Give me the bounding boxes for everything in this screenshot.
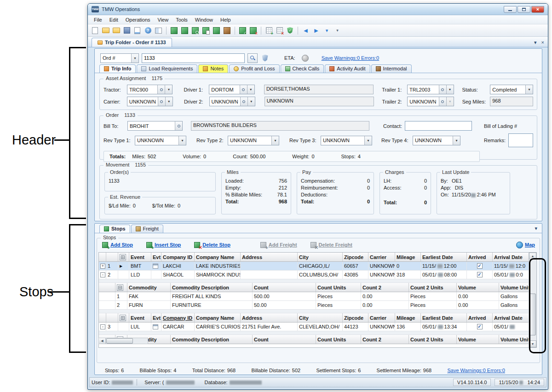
window-layout-icon[interactable] — [154, 26, 163, 35]
find-trip-icon[interactable] — [191, 26, 200, 35]
carrier-browse-icon[interactable] — [158, 97, 165, 106]
title-bar[interactable]: TMW TMW Operations × — [88, 4, 548, 15]
close-tab-icon[interactable]: × — [541, 40, 544, 45]
expand-icon[interactable]: - — [100, 324, 105, 329]
column-header-volume[interactable]: Volume — [458, 285, 476, 290]
tab-intermodal[interactable]: Intermodal — [371, 64, 412, 73]
tab-trip-info[interactable]: Trip Info — [99, 64, 136, 73]
add-stop-link[interactable]: Add Stop — [102, 242, 133, 248]
bill-to-browse-icon[interactable] — [175, 121, 182, 130]
delete-stop-link[interactable]: Delete Stop — [194, 242, 230, 248]
column-header-arrived[interactable]: Arrived — [468, 315, 486, 321]
stop-row[interactable]: -3LULCARCARCARRIE'S CURIOSI...21751 Full… — [99, 323, 529, 331]
forward-icon[interactable] — [312, 26, 321, 35]
tab-check-calls[interactable]: Check Calls — [281, 64, 324, 73]
horizontal-scrollbar[interactable]: ◀ — [98, 338, 148, 344]
column-header-company-id[interactable]: Company ID — [163, 315, 192, 321]
column-header-arrived[interactable]: Arrived — [468, 254, 486, 260]
delete-freight-link[interactable]: Delete Freight — [310, 242, 352, 248]
column-header-count-2[interactable]: Count 2 — [362, 337, 381, 342]
column-chooser-icon[interactable] — [120, 315, 126, 321]
commodity-row[interactable]: 2FURNFURNITURE50.00Pieces0.00Pieces0.00G… — [99, 301, 529, 310]
rev-type4-combo[interactable]: UNKNOWN ▾ — [413, 136, 460, 145]
tractor-combo[interactable]: TRC900 ▾ — [127, 85, 173, 94]
tab-freight[interactable]: Freight — [131, 225, 163, 233]
driver2-combo[interactable]: UNKNOWN ▾ — [209, 97, 255, 106]
bill-to-name-field[interactable]: BROWNSTONE BUILDERS — [191, 121, 369, 131]
column-header-count-2[interactable]: Count 2 — [362, 285, 381, 290]
trailer1-dropdown-icon[interactable]: ▾ — [446, 85, 454, 94]
save-warnings-link[interactable]: Save Warnings:0 Errors:0 — [322, 55, 380, 61]
h-scrollbar-thumb[interactable] — [106, 338, 133, 344]
column-header-mileage[interactable]: Mileage — [397, 315, 415, 321]
status-combo[interactable]: Completed ▾ — [490, 85, 533, 94]
save-icon[interactable] — [122, 26, 131, 35]
column-header-volume-units[interactable]: Volume Units — [500, 337, 529, 342]
column-header-mileage[interactable]: Mileage — [397, 254, 415, 260]
tab-activity-audit[interactable]: Activity Audit — [325, 64, 370, 73]
back-icon[interactable] — [301, 26, 310, 35]
driver2-dropdown-icon[interactable]: ▾ — [247, 97, 255, 106]
unassign-icon[interactable] — [249, 26, 258, 35]
driver1-name-field[interactable]: DORSET,THOMAS — [264, 85, 374, 94]
column-header-count-units[interactable]: Count Units — [317, 337, 346, 342]
rev-type2-dropdown-icon[interactable]: ▾ — [271, 136, 279, 145]
new-document-icon[interactable] — [91, 26, 99, 35]
carrier-combo[interactable]: UNKNOWN ▾ — [127, 97, 173, 106]
tab-profit-loss[interactable]: Profit and Loss — [229, 64, 279, 73]
bill-to-combo[interactable]: BROHIT — [127, 121, 183, 131]
insert-stop-link[interactable]: Insert Stop — [146, 242, 181, 248]
maximize-button[interactable] — [518, 6, 530, 13]
rev-type3-combo[interactable]: UNKNOWN ▾ — [321, 136, 372, 145]
commodity-row[interactable]: 1FAKFREIGHT ALL KINDS500.00Pieces0.00Pie… — [99, 292, 529, 301]
tab-load-requirements[interactable]: Load Requirements — [137, 64, 197, 73]
close-button[interactable]: × — [531, 6, 544, 13]
event-calendar-icon[interactable] — [153, 324, 158, 329]
menu-file[interactable]: File — [91, 16, 105, 23]
tab-list-dropdown-icon[interactable]: ▾ — [534, 40, 537, 45]
column-header-count[interactable]: Count — [254, 337, 269, 342]
column-header-count-units[interactable]: Count Units — [317, 285, 346, 290]
column-header-carrier[interactable]: Carrier — [370, 315, 386, 321]
column-header-city[interactable]: City — [299, 254, 309, 260]
column-header-arrival-date[interactable]: Arrival Date — [494, 315, 523, 321]
tractor-browse-icon[interactable] — [157, 85, 165, 94]
invoice-remove-icon[interactable] — [275, 26, 284, 35]
arrived-checkbox[interactable]: ✓ — [477, 263, 483, 269]
column-header-event[interactable]: Event — [131, 254, 144, 260]
column-header-earliest-date[interactable]: Earliest Date — [422, 254, 453, 260]
column-header-evt[interactable]: Evt — [153, 315, 161, 321]
column-header-commodity-description[interactable]: Commodity Description — [172, 285, 229, 290]
save-warnings-link-bottom[interactable]: Save Warnings:0 Errors:0 — [447, 368, 505, 373]
intermodal-trip-icon[interactable] — [223, 26, 231, 35]
column-chooser-icon[interactable] — [117, 284, 123, 291]
event-calendar-icon[interactable] — [153, 264, 158, 269]
status-dropdown-icon[interactable]: ▾ — [525, 85, 533, 94]
menu-window[interactable]: Window — [192, 16, 216, 23]
expand-icon[interactable]: - — [100, 272, 105, 277]
tab-notes[interactable]: Notes — [198, 64, 228, 73]
trailer2-combo[interactable]: UNKNOWN ▾ — [407, 97, 454, 106]
column-header-volume-units[interactable]: Volume Units — [500, 285, 529, 290]
column-header-company-id[interactable]: Company ID — [163, 254, 192, 260]
trailer1-combo[interactable]: TRL2003 ▾ — [407, 85, 454, 94]
driver2-browse-icon[interactable] — [240, 97, 247, 106]
column-header-count-2-units[interactable]: Count 2 Units — [410, 337, 443, 342]
add-freight-link[interactable]: Add Freight — [260, 242, 297, 248]
arrived-checkbox[interactable]: ✓ — [477, 324, 483, 329]
column-header-earliest-date[interactable]: Earliest Date — [422, 315, 453, 321]
stop-row[interactable]: +1▶BMTLAKCHILAKE INDUSTRIESCHICAGO,IL/60… — [99, 262, 529, 271]
menu-tools[interactable]: Tools — [172, 16, 191, 23]
column-header-evt[interactable]: Evt — [153, 254, 161, 260]
help-icon[interactable] — [144, 26, 152, 35]
scroll-left-icon[interactable]: ◀ — [99, 338, 106, 344]
minimize-button[interactable] — [504, 6, 517, 13]
toolbar-overflow-icon[interactable] — [333, 26, 342, 35]
column-header-arrival-date[interactable]: Arrival Date — [494, 254, 523, 260]
shield-icon[interactable] — [260, 53, 270, 63]
save-trip-icon[interactable] — [212, 26, 221, 35]
menu-help[interactable]: Help — [217, 16, 234, 23]
rev-type1-dropdown-icon[interactable]: ▾ — [178, 136, 186, 145]
stop-row[interactable]: -2LLDSHACOLSHAMROCK INDUS...COLUMBUS,OH/… — [99, 271, 529, 279]
column-header-volume[interactable]: Volume — [458, 337, 476, 342]
